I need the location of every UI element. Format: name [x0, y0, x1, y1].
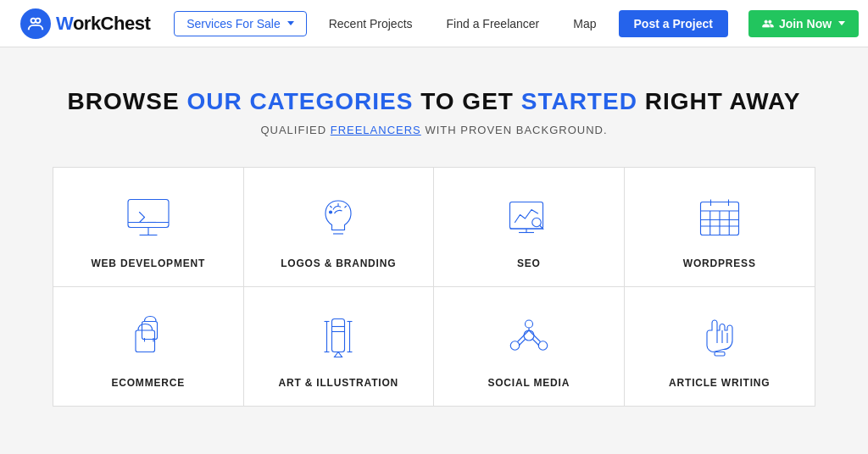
svg-point-45	[525, 320, 532, 328]
category-wordpress-label: WORDPRESS	[683, 257, 756, 269]
category-web-development-label: WEB DEVELOPMENT	[91, 257, 205, 269]
category-web-development[interactable]: WEB DEVELOPMENT	[53, 168, 244, 287]
recent-projects-button[interactable]: Recent Projects	[317, 12, 425, 36]
services-for-sale-button[interactable]: Services For Sale	[174, 11, 306, 36]
svg-point-9	[330, 211, 332, 213]
svg-point-42	[524, 330, 534, 340]
svg-rect-32	[332, 319, 345, 352]
post-project-button[interactable]: Post a Project	[619, 10, 728, 37]
join-chevron-icon	[838, 21, 845, 25]
svg-line-11	[331, 206, 332, 208]
category-seo-label: SEO	[517, 257, 541, 269]
svg-rect-13	[509, 202, 542, 230]
category-social-media[interactable]: SOCIAL MEDIA	[434, 287, 625, 406]
user-plus-icon	[762, 18, 774, 30]
map-button[interactable]: Map	[561, 12, 608, 36]
svg-marker-35	[335, 352, 342, 357]
category-social-media-label: SOCIAL MEDIA	[487, 377, 570, 389]
svg-point-1	[36, 18, 41, 22]
svg-point-17	[532, 218, 542, 227]
svg-rect-54	[715, 352, 725, 357]
logo-text: WorkChest	[56, 13, 150, 35]
category-ecommerce-label: ECOMMERCE	[111, 377, 185, 389]
calendar-grid-icon	[693, 191, 747, 246]
network-people-icon	[502, 311, 556, 365]
category-article-writing-label: ARTICLE WRITING	[669, 377, 770, 389]
svg-rect-28	[136, 330, 155, 352]
find-freelancer-button[interactable]: Find a Freelancer	[435, 12, 552, 36]
svg-point-44	[538, 341, 548, 351]
category-logos-branding[interactable]: LOGOS & BRANDING	[244, 168, 435, 287]
chevron-down-icon	[287, 21, 294, 25]
join-now-button[interactable]: Join Now	[748, 10, 859, 37]
category-seo[interactable]: SEO	[434, 168, 625, 287]
hero-title: BROWSE OUR CATEGORIES TO GET STARTED RIG…	[20, 88, 848, 115]
freelancers-link[interactable]: FREELANCERS	[331, 124, 421, 136]
lightbulb-brain-icon	[311, 191, 365, 246]
main-content: BROWSE OUR CATEGORIES TO GET STARTED RIG…	[0, 47, 868, 454]
category-wordpress[interactable]: WORDPRESS	[625, 168, 815, 287]
svg-rect-2	[128, 200, 169, 228]
category-article-writing[interactable]: ARTICLE WRITING	[625, 287, 815, 406]
pencil-tools-icon	[311, 311, 365, 365]
shopping-bags-icon	[121, 311, 175, 365]
category-ecommerce[interactable]: ECOMMERCE	[53, 287, 244, 406]
fist-pen-icon	[693, 311, 747, 365]
categories-grid: WEB DEVELOPMENT LOGOS & BRANDING	[53, 167, 815, 407]
hero-subtitle: QUALIFIED FREELANCERS WITH PROVEN BACKGR…	[20, 124, 848, 136]
svg-line-12	[345, 206, 347, 208]
chart-search-icon	[502, 191, 556, 246]
category-art-illustration[interactable]: ART & ILLUSTRATION	[244, 287, 435, 406]
code-monitor-icon	[121, 191, 175, 246]
logo-icon	[20, 8, 51, 39]
category-art-illustration-label: ART & ILLUSTRATION	[279, 377, 399, 389]
logo[interactable]: WorkChest	[20, 8, 150, 39]
category-logos-branding-label: LOGOS & BRANDING	[281, 257, 396, 269]
svg-point-43	[510, 341, 520, 351]
header: WorkChest Services For Sale Recent Proje…	[0, 0, 868, 47]
